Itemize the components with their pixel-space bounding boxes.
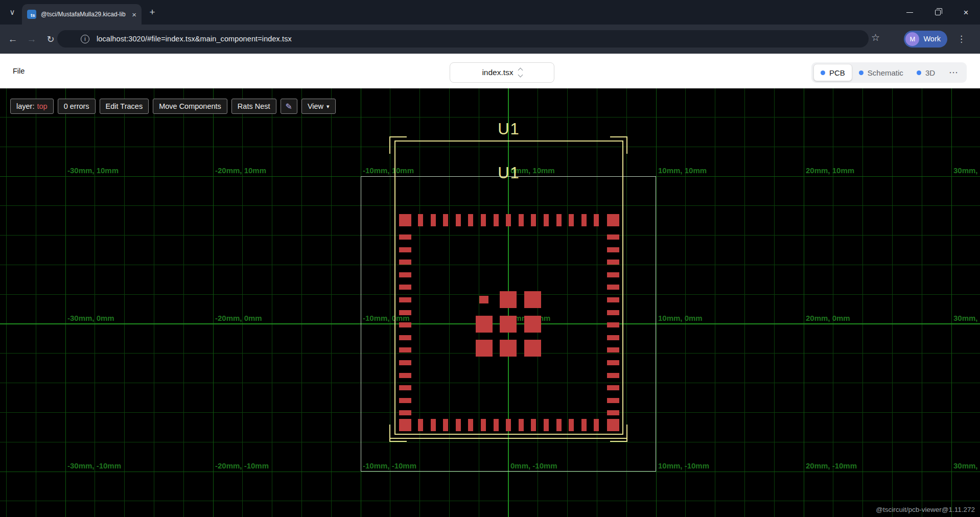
pcb-pad[interactable] [399,285,411,290]
pcb-pad[interactable] [607,385,619,390]
pcb-pad[interactable] [607,373,619,378]
pcb-pad[interactable] [607,285,619,290]
pcb-pad[interactable] [569,214,574,226]
site-info-icon[interactable]: i [81,35,89,43]
pcb-pad[interactable] [399,272,411,277]
tab-pcb[interactable]: PCB [813,64,852,81]
pcb-pad[interactable] [544,214,549,226]
pcb-pad[interactable] [544,419,549,431]
pcb-pad[interactable] [399,260,411,265]
pcb-pad[interactable] [524,316,541,333]
layer-button[interactable]: layer: top [10,99,54,114]
pcb-pad[interactable] [569,419,574,431]
pcb-pad[interactable] [399,322,411,327]
pcb-pad[interactable] [494,214,499,226]
pcb-pad[interactable] [607,410,619,415]
pcb-pad[interactable] [607,247,619,252]
pcb-canvas[interactable]: -30mm, 10mm-20mm, 10mm-10mm, 10mm0mm, 10… [0,88,980,517]
pcb-pad[interactable] [607,234,619,240]
bookmark-star-icon[interactable]: ☆ [871,32,880,43]
window-close-button[interactable]: × [952,0,980,25]
rats-nest-button[interactable]: Rats Nest [231,99,276,114]
window-minimize-button[interactable] [896,0,924,25]
pcb-pad[interactable] [431,419,436,431]
pcb-pad[interactable] [399,335,411,340]
tab-3d[interactable]: 3D [910,64,942,81]
pcb-pad[interactable] [443,419,448,431]
tab-search-icon[interactable]: ∨ [6,6,18,18]
pcb-pad[interactable] [399,214,411,226]
pcb-pad[interactable] [481,419,486,431]
new-tab-button[interactable]: + [147,7,158,18]
pcb-pad[interactable] [506,419,511,431]
edit-pencil-button[interactable]: ✎ [281,99,297,114]
move-components-button[interactable]: Move Components [153,99,227,114]
pcb-pad[interactable] [399,385,411,390]
browser-tab[interactable]: ts @tsci/MustafaMulla29.kicad-lib × [22,4,142,25]
pcb-pad[interactable] [607,260,619,265]
tab-close-icon[interactable]: × [132,11,136,18]
more-options-icon[interactable]: ⋯ [945,67,962,78]
pcb-pad[interactable] [418,419,423,431]
pcb-pad[interactable] [443,214,448,226]
pcb-pad[interactable] [399,347,411,353]
back-button[interactable]: ← [6,32,20,46]
pcb-pad[interactable] [607,297,619,302]
pcb-pad[interactable] [494,419,499,431]
pcb-pad[interactable] [399,419,411,431]
pcb-pad[interactable] [556,214,562,226]
edit-traces-button[interactable]: Edit Traces [100,99,149,114]
pcb-pad[interactable] [594,214,599,226]
pcb-pad[interactable] [607,272,619,277]
reload-button[interactable]: ↻ [43,32,58,46]
pcb-pad[interactable] [399,310,411,315]
view-dropdown-button[interactable]: View ▾ [301,99,336,114]
pcb-pad[interactable] [607,335,619,340]
pcb-pad[interactable] [581,214,587,226]
pcb-pad[interactable] [581,419,587,431]
pcb-pad[interactable] [607,360,619,365]
pcb-pad[interactable] [531,419,536,431]
errors-button[interactable]: 0 errors [58,99,96,114]
pcb-pad[interactable] [399,373,411,378]
pcb-pad[interactable] [431,214,436,226]
pcb-pad[interactable] [476,316,493,333]
tab-schematic[interactable]: Schematic [852,64,910,81]
pcb-pad[interactable] [399,360,411,365]
pcb-pad[interactable] [500,316,517,333]
pcb-pad[interactable] [468,419,473,431]
pcb-pad[interactable] [607,322,619,327]
pcb-pad[interactable] [556,419,562,431]
pcb-pad[interactable] [481,214,486,226]
pcb-pad[interactable] [607,214,619,226]
file-menu[interactable]: File [13,67,25,75]
pcb-pad[interactable] [519,419,524,431]
url-bar[interactable]: i localhost:3020/#file=index.tsx&main_co… [57,30,869,48]
forward-button[interactable]: → [25,32,39,46]
pcb-pad[interactable] [468,214,473,226]
pcb-pad[interactable] [524,340,541,357]
pcb-pad[interactable] [506,214,511,226]
pcb-pad[interactable] [418,214,423,226]
pcb-pad[interactable] [399,247,411,252]
pcb-pad[interactable] [399,234,411,240]
file-selector[interactable]: index.tsx [450,62,554,83]
window-maximize-button[interactable] [924,0,952,25]
pcb-pad[interactable] [476,340,493,357]
pcb-pad[interactable] [607,419,619,431]
pcb-pad[interactable] [607,398,619,403]
pcb-pad[interactable] [399,297,411,302]
pcb-pad[interactable] [399,398,411,403]
pcb-pad[interactable] [399,410,411,415]
pcb-pad[interactable] [456,419,461,431]
pcb-pad[interactable] [531,214,536,226]
browser-menu-icon[interactable]: ⋮ [957,34,966,44]
pcb-pad[interactable] [524,291,541,308]
pcb-pad[interactable] [479,296,488,303]
pcb-pad[interactable] [607,310,619,315]
pcb-pad[interactable] [500,340,517,357]
pcb-pad[interactable] [456,214,461,226]
pcb-pad[interactable] [500,291,517,308]
pcb-pad[interactable] [594,419,599,431]
pcb-pad[interactable] [519,214,524,226]
